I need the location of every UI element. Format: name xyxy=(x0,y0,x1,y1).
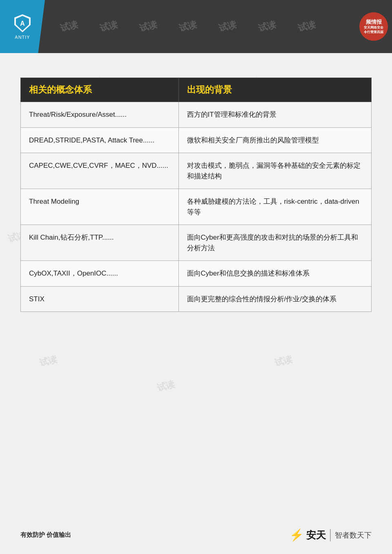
cell-concept: DREAD,STRIDE,PASTA, Attack Tree...... xyxy=(21,127,179,153)
footer-tagline: 有效防护 价值输出 xyxy=(20,531,71,539)
header-brand-right: 频情报 安天网络安全令行营第四届 xyxy=(359,12,388,41)
brand-divider xyxy=(330,529,331,541)
footer-brand: ⚡ 安天 智者数天下 xyxy=(290,528,372,542)
table-row: CAPEC,CWE,CVE,CVRF，MAEC，NVD......对攻击模式，脆… xyxy=(21,153,372,189)
table-row: DREAD,STRIDE,PASTA, Attack Tree......微软和… xyxy=(21,127,372,153)
bwm-12: 试读 xyxy=(273,353,294,369)
cell-concept: STIX xyxy=(21,286,179,312)
watermark-5: 试读 xyxy=(217,18,238,35)
watermark-7: 试读 xyxy=(296,18,317,35)
logo-shield-icon: A xyxy=(13,13,32,33)
footer: 有效防护 价值输出 ⚡ 安天 智者数天下 xyxy=(0,528,392,542)
brand-circle: 频情报 安天网络安全令行营第四届 xyxy=(359,12,388,41)
svg-text:A: A xyxy=(20,20,25,27)
logo-text: ANTIY xyxy=(15,35,30,40)
concept-table: 相关的概念体系 出现的背景 Threat/Risk/Exposure/Asset… xyxy=(20,78,372,312)
bwm-11: 试读 xyxy=(156,378,176,394)
cell-background: 各种威胁建模的方法论，工具，risk-centric，data-driven等等 xyxy=(178,189,371,225)
footer-brand-container: ⚡ 安天 智者数天下 xyxy=(290,528,372,542)
cell-background: 面向Cyber和更高强度的攻击和对抗的场景的分析工具和分析方法 xyxy=(178,225,371,261)
table-row: Threat Modeling各种威胁建模的方法论，工具，risk-centri… xyxy=(21,189,372,225)
main-content: 相关的概念体系 出现的背景 Threat/Risk/Exposure/Asset… xyxy=(0,53,392,324)
cell-background: 面向更完整的综合性的情报分析/作业/交换的体系 xyxy=(178,286,371,312)
cell-concept: Threat Modeling xyxy=(21,189,179,225)
cell-concept: Kill Chain,钻石分析,TTP...... xyxy=(21,225,179,261)
cell-background: 面向Cyber和信息交换的描述和标准体系 xyxy=(178,261,371,287)
lightning-icon: ⚡ xyxy=(290,528,304,542)
table-row: STIX面向更完整的综合性的情报分析/作业/交换的体系 xyxy=(21,286,372,312)
bwm-10: 试读 xyxy=(38,353,58,369)
header-watermark-area: 试读 试读 试读 试读 试读 试读 试读 xyxy=(0,0,392,53)
cell-background: 对攻击模式，脆弱点，漏洞等各种基础的安全元素的标定和描述结构 xyxy=(178,153,371,189)
col1-header: 相关的概念体系 xyxy=(21,78,179,102)
watermark-2: 试读 xyxy=(98,18,119,35)
footer-brand-sub: 智者数天下 xyxy=(335,530,372,540)
table-row: Threat/Risk/Exposure/Asset......西方的IT管理和… xyxy=(21,102,372,128)
cell-background: 西方的IT管理和标准化的背景 xyxy=(178,102,371,128)
watermark-1: 试读 xyxy=(58,18,79,35)
table-header-row: 相关的概念体系 出现的背景 xyxy=(21,78,372,102)
footer-brand-name: 安天 xyxy=(306,529,326,542)
watermark-4: 试读 xyxy=(178,18,198,35)
cell-concept: CAPEC,CWE,CVE,CVRF，MAEC，NVD...... xyxy=(21,153,179,189)
watermark-3: 试读 xyxy=(138,18,158,35)
table-row: Kill Chain,钻石分析,TTP......面向Cyber和更高强度的攻击… xyxy=(21,225,372,261)
cell-background: 微软和相关安全厂商所推出的风险管理模型 xyxy=(178,127,371,153)
watermark-6: 试读 xyxy=(257,18,277,35)
cell-concept: Threat/Risk/Exposure/Asset...... xyxy=(21,102,179,128)
table-row: CybOX,TAXII，OpenIOC......面向Cyber和信息交换的描述… xyxy=(21,261,372,287)
header: A ANTIY 试读 试读 试读 试读 试读 试读 试读 频情报 安天网络安全令… xyxy=(0,0,392,53)
cell-concept: CybOX,TAXII，OpenIOC...... xyxy=(21,261,179,287)
logo-box: A ANTIY xyxy=(0,0,45,53)
col2-header: 出现的背景 xyxy=(178,78,371,102)
